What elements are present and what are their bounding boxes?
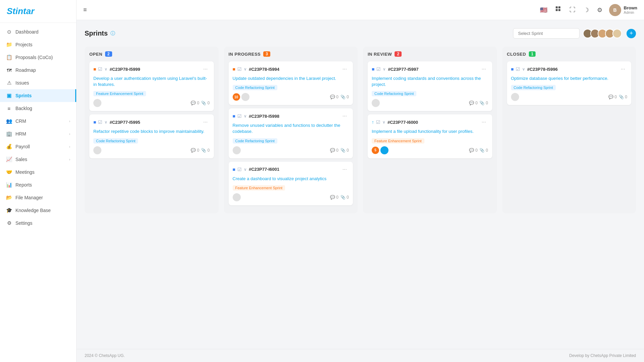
nav-arrow-payroll: › <box>69 145 70 149</box>
sprint-card[interactable]: ↑ ☑ ∨ #C23P77-I6000 ··· Implement a file… <box>368 114 492 158</box>
card-title: Optimize database queries for better per… <box>511 75 628 82</box>
sidebar-item-projects[interactable]: 📁 Projects <box>0 38 76 51</box>
assignee-avatar <box>233 193 241 201</box>
card-assignees: 10 <box>233 93 249 101</box>
user-info[interactable]: B Brown Admin <box>609 4 637 16</box>
card-menu-button[interactable]: ··· <box>479 118 488 126</box>
kanban-column-open: OPEN 2 ■ ☑ ∨ #C23P78-I5999 ··· Develop a… <box>85 47 219 213</box>
card-chevron-icon: ∨ <box>244 67 247 71</box>
card-stats: 💬 0 📎 0 <box>330 148 349 153</box>
comment-count: 💬 0 <box>191 148 199 153</box>
svg-rect-1 <box>558 6 560 8</box>
attachment-count: 📎 0 <box>619 95 627 99</box>
sprint-card[interactable]: ■ ☑ ∨ #C23P78-I5998 ··· Remove unused va… <box>229 108 353 158</box>
card-chevron-icon: ∨ <box>244 167 247 172</box>
sprint-card[interactable]: ■ ☑ ∨ #C23P77-I5997 ··· Implement coding… <box>368 61 492 111</box>
projects-icon: 📁 <box>6 42 12 48</box>
issues-icon: ⚠ <box>6 80 12 86</box>
card-meta: 10 <box>233 93 249 101</box>
sidebar-item-settings[interactable]: ⚙ Settings <box>0 217 76 229</box>
sidebar-item-label-backlog: Backlog <box>15 106 70 111</box>
sprint-card[interactable]: ■ ☑ ∨ #C23P77-I6001 ··· Create a dashboa… <box>229 162 353 205</box>
column-header: IN REVIEW 2 <box>368 51 492 57</box>
card-menu-button[interactable]: ··· <box>340 166 349 173</box>
card-menu-button[interactable]: ··· <box>201 65 210 73</box>
sidebar-item-roadmap[interactable]: 🗺 Roadmap <box>0 64 76 76</box>
card-header: ■ ☑ ∨ #C23P77-I6001 ··· <box>233 166 349 173</box>
avatar-initials: B <box>613 7 616 13</box>
card-check-icon: ☑ <box>98 66 102 72</box>
sidebar-item-crm[interactable]: 👥 CRM › <box>0 115 76 127</box>
sidebar-item-knowledge-base[interactable]: 🎓 Knowledge Base <box>0 204 76 217</box>
sidebar-item-file-manager[interactable]: 📂 File Manager <box>0 191 76 204</box>
sprint-card[interactable]: ■ ☑ ∨ #C23P78-I5999 ··· Develop a user a… <box>89 61 214 111</box>
priority-icon: ■ <box>233 66 235 72</box>
card-id: #C23P77-I6001 <box>249 167 279 172</box>
dark-mode-icon[interactable]: ☽ <box>582 5 590 15</box>
sprint-card[interactable]: ■ ☑ ∨ #C23P77-I5995 ··· Refactor repetit… <box>89 114 214 158</box>
card-check-icon: ☑ <box>237 167 242 172</box>
column-header: IN PROGRESS 3 <box>229 51 353 57</box>
sidebar-item-reports[interactable]: 📊 Reports <box>0 178 76 191</box>
assignee-avatar <box>93 146 101 154</box>
sidebar-item-label-hrm: HRM <box>15 131 66 137</box>
comment-count: 💬 0 <box>330 148 338 153</box>
attachment-count: 📎 0 <box>340 148 349 153</box>
sidebar-item-dashboard[interactable]: ⊙ Dashboard <box>0 25 76 38</box>
sidebar-item-payroll[interactable]: 💰 Payroll › <box>0 140 76 153</box>
nav-arrow-crm: › <box>69 119 70 123</box>
card-tag: Code Refactoring Sprint <box>372 91 416 96</box>
card-menu-button[interactable]: ··· <box>479 65 488 73</box>
card-tag: Code Refactoring Sprint <box>511 85 556 90</box>
priority-icon: ■ <box>93 66 96 72</box>
header: ≡ 🇺🇸 ⛶ ☽ ⚙ B Brown Admin <box>77 0 644 20</box>
fullscreen-icon[interactable]: ⛶ <box>568 5 577 15</box>
card-menu-button[interactable]: ··· <box>201 118 210 126</box>
card-footer: 5 💬 0 📎 0 <box>372 146 488 154</box>
sidebar-item-issues[interactable]: ⚠ Issues <box>0 76 76 89</box>
assignee-avatar <box>233 146 241 154</box>
attachment-count: 📎 0 <box>201 148 210 153</box>
card-id-row: ■ ☑ ∨ #C23P77-I6001 <box>233 167 280 172</box>
card-menu-button[interactable]: ··· <box>340 65 349 73</box>
card-menu-button[interactable]: ··· <box>340 112 349 120</box>
flag-icon[interactable]: 🇺🇸 <box>539 5 549 15</box>
sidebar-item-meetings[interactable]: 🤝 Meetings <box>0 166 76 178</box>
priority-icon: ↑ <box>372 119 374 125</box>
sidebar: Stintar ⊙ Dashboard 📁 Projects 📋 Proposa… <box>0 0 77 362</box>
assignee-avatar <box>241 93 249 101</box>
sidebar-item-backlog[interactable]: ≡ Backlog <box>0 102 76 115</box>
hamburger-icon[interactable]: ≡ <box>83 6 87 13</box>
card-menu-button[interactable]: ··· <box>619 65 627 73</box>
sidebar-item-sales[interactable]: 📈 Sales › <box>0 153 76 166</box>
column-badge: 3 <box>263 51 270 57</box>
sidebar-item-label-projects: Projects <box>15 42 70 47</box>
card-footer: 💬 0 📎 0 <box>93 99 210 107</box>
sprint-card[interactable]: ■ ☑ ∨ #C23P78-I5994 ··· Update outdated … <box>229 61 353 105</box>
grid-icon[interactable] <box>554 5 563 15</box>
sidebar-item-label-file-manager: File Manager <box>15 195 70 200</box>
backlog-icon: ≡ <box>6 105 12 111</box>
assignee-avatar <box>380 146 388 154</box>
sidebar-item-label-roadmap: Roadmap <box>15 67 70 73</box>
comment-count: 💬 0 <box>191 101 199 105</box>
user-avatar-5 <box>612 29 622 38</box>
file-manager-icon: 📂 <box>6 195 12 201</box>
sidebar-item-sprints[interactable]: ▣ Sprints <box>0 89 76 102</box>
crm-icon: 👥 <box>6 118 12 124</box>
sidebar-item-proposals[interactable]: 📋 Proposals (CoCo) <box>0 51 76 64</box>
card-id-row: ■ ☑ ∨ #C23P78-I5998 <box>233 113 280 119</box>
sprint-select-input[interactable] <box>513 28 580 39</box>
card-check-icon: ☑ <box>237 66 242 72</box>
sidebar-item-label-payroll: Payroll <box>15 144 66 149</box>
comment-count: 💬 0 <box>330 195 338 200</box>
settings-icon[interactable]: ⚙ <box>596 5 604 15</box>
card-chevron-icon: ∨ <box>522 67 525 71</box>
sidebar-item-hrm[interactable]: 🏢 HRM › <box>0 127 76 140</box>
info-icon[interactable]: ⓘ <box>110 31 115 37</box>
sprint-card[interactable]: ■ ☑ ∨ #C23P78-I5996 ··· Optimize databas… <box>507 61 632 105</box>
user-name: Brown <box>624 5 637 11</box>
card-id: #C23P78-I5999 <box>109 67 140 72</box>
add-sprint-button[interactable]: + <box>627 29 636 38</box>
card-chevron-icon: ∨ <box>104 67 107 71</box>
